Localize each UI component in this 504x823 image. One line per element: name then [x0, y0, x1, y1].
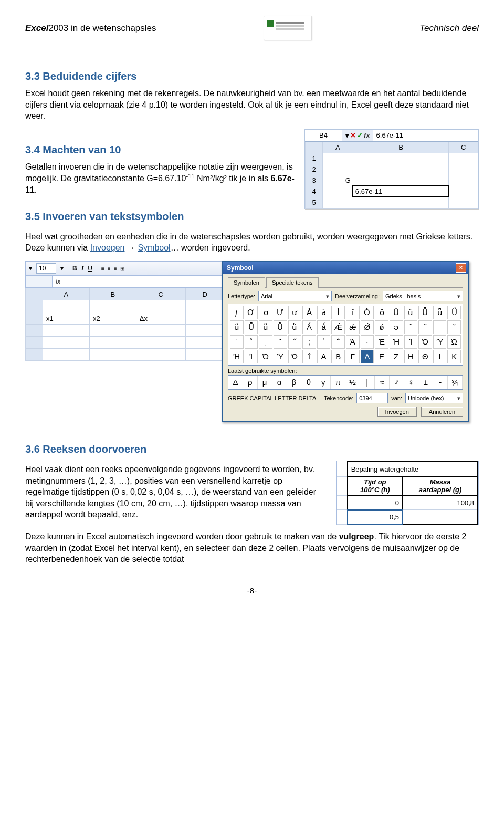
cell[interactable] — [136, 300, 185, 312]
row-2[interactable]: 2 — [306, 164, 323, 175]
recent-symbol[interactable]: ♂ — [390, 376, 404, 389]
symbol-cell[interactable]: ; — [302, 335, 316, 349]
cell-b4[interactable]: 6,67e-11 — [353, 186, 449, 197]
fontsize-input[interactable]: 10 — [36, 263, 56, 274]
cell[interactable] — [89, 337, 136, 349]
symbol-cell[interactable]: ǽ — [346, 320, 360, 334]
cell[interactable] — [323, 164, 353, 175]
row-h[interactable] — [26, 312, 43, 325]
cancel-x-icon[interactable]: ✕ — [350, 131, 356, 139]
confirm-check-icon[interactable]: ✓ — [357, 131, 363, 139]
row-h[interactable] — [26, 325, 43, 337]
cell[interactable] — [449, 164, 478, 175]
symbol-cell[interactable]: Ǒ — [361, 306, 374, 319]
table-head-massa[interactable]: Massaaardappel (g) — [403, 476, 478, 495]
select-all-corner[interactable] — [306, 142, 323, 153]
recent-symbol[interactable]: ≈ — [375, 376, 390, 389]
col-B[interactable]: B — [353, 142, 449, 153]
bold-button[interactable]: B — [72, 265, 77, 272]
cell[interactable] — [136, 349, 185, 361]
symbol-cell[interactable]: ǖ — [433, 306, 447, 319]
dropdown-icon[interactable]: ▾ — [345, 131, 349, 139]
symbol-cell[interactable]: ǻ — [317, 320, 331, 334]
symbol-cell[interactable]: ˆ — [404, 320, 418, 334]
cell[interactable] — [323, 197, 353, 208]
cell-massa-1008[interactable]: 100,8 — [403, 495, 478, 510]
recent-symbol[interactable]: β — [287, 376, 302, 389]
underline-button[interactable]: U — [88, 265, 92, 272]
symbol-cell[interactable]: Ή — [230, 350, 244, 363]
fx-icon[interactable]: fx — [52, 276, 64, 287]
cell[interactable] — [337, 476, 348, 495]
cell[interactable] — [136, 337, 185, 349]
symbol-cell[interactable]: Ά — [346, 335, 360, 349]
symbol-cell[interactable]: Ζ — [390, 350, 403, 363]
symbol-cell[interactable]: Ό — [259, 350, 272, 363]
symbol-cell[interactable]: Γ — [346, 350, 360, 363]
cell[interactable] — [449, 175, 478, 186]
cell-dx[interactable]: Δx — [136, 312, 185, 325]
recent-symbol[interactable]: α — [272, 376, 287, 389]
cell[interactable] — [136, 325, 185, 337]
cell[interactable] — [449, 197, 478, 208]
tab-speciale-tekens[interactable]: Speciale tekens — [266, 277, 319, 288]
symbol-cell[interactable]: Ό — [418, 335, 432, 349]
cell[interactable] — [185, 325, 224, 337]
cell[interactable] — [353, 153, 449, 164]
cell[interactable] — [353, 197, 449, 208]
symbol-cell[interactable]: Ǘ — [447, 306, 461, 319]
symbol-cell[interactable]: Ή — [390, 335, 403, 349]
recent-symbol[interactable]: γ — [316, 376, 331, 389]
row-5[interactable]: 5 — [306, 197, 323, 208]
recent-symbol[interactable]: ½ — [345, 376, 360, 389]
cell[interactable] — [89, 300, 136, 312]
row-h[interactable] — [26, 337, 43, 349]
dropdown-icon[interactable]: ▾ — [60, 265, 64, 272]
table-head-tijd[interactable]: Tijd op100°C (h) — [348, 476, 403, 495]
symbol-cell[interactable]: Ư — [274, 306, 287, 319]
symbol-cell[interactable]: ˇ — [418, 320, 432, 334]
symbol-cell[interactable]: · — [361, 335, 374, 349]
symbol-cell[interactable]: Ǻ — [302, 320, 316, 334]
cell[interactable] — [185, 312, 224, 325]
align-center-icon[interactable]: ≡ — [108, 266, 110, 272]
recent-symbol[interactable]: π — [331, 376, 345, 389]
symbol-cell[interactable]: ơ — [259, 306, 272, 319]
recent-symbol[interactable]: ¾ — [448, 376, 463, 389]
symbol-cell[interactable]: ˙ — [230, 335, 244, 349]
close-icon[interactable]: × — [456, 263, 466, 273]
font-dropdown[interactable]: Arial — [258, 291, 332, 301]
symbol-cell[interactable]: ǔ — [404, 306, 418, 319]
symbol-cell[interactable]: ΄ — [317, 335, 331, 349]
cell[interactable] — [449, 153, 478, 164]
symbol-cell[interactable]: ˚ — [245, 335, 258, 349]
cell-x2[interactable]: x2 — [89, 312, 136, 325]
symbol-cell[interactable]: ǜ — [288, 320, 302, 334]
symbol-cell[interactable]: Η — [404, 350, 418, 363]
cell[interactable] — [323, 186, 353, 197]
cell-tijd-05[interactable]: 0,5 — [348, 510, 403, 525]
symbol-cell[interactable]: Ώ — [447, 335, 461, 349]
cell[interactable] — [449, 186, 478, 197]
encoding-dropdown[interactable]: Unicode (hex) — [405, 393, 463, 403]
symbol-cell[interactable]: Κ — [447, 350, 461, 363]
col-C[interactable]: C — [449, 142, 478, 153]
code-input[interactable]: 0394 — [356, 393, 388, 403]
symbol-cell[interactable]: ǎ — [317, 306, 331, 319]
symbol-cell[interactable]: Ǿ — [361, 320, 374, 334]
col-A[interactable]: A — [43, 288, 90, 300]
symbol-cell[interactable]: Ǐ — [331, 306, 345, 319]
recent-symbol[interactable]: | — [360, 376, 375, 389]
cell-x1[interactable]: x1 — [43, 312, 90, 325]
italic-button[interactable]: I — [81, 265, 84, 273]
table-title[interactable]: Bepaling watergehalte — [348, 462, 478, 476]
cell[interactable] — [323, 153, 353, 164]
symbol-cell[interactable]: ˛ — [259, 335, 272, 349]
subset-dropdown[interactable]: Grieks - basis — [383, 291, 463, 301]
symbol-cell[interactable]: ǐ — [346, 306, 360, 319]
symbol-cell[interactable]: Ǚ — [245, 320, 258, 334]
symbol-cell[interactable]: Ώ — [288, 350, 302, 363]
recent-symbol[interactable]: Δ — [228, 376, 243, 389]
cell[interactable] — [353, 175, 449, 186]
symbol-cell[interactable]: Ί — [245, 350, 258, 363]
